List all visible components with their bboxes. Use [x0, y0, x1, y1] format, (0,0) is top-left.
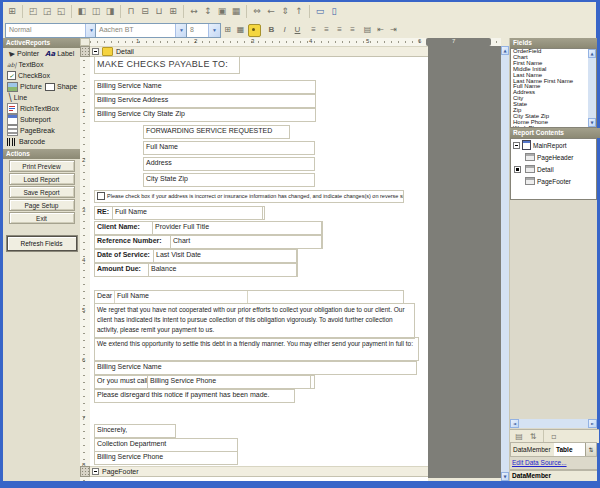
- font-size-dropdown[interactable]: 8 ▼: [186, 23, 221, 38]
- align-centers-icon[interactable]: ◫: [90, 5, 103, 18]
- size-to-grid-icon[interactable]: ▦: [230, 5, 243, 18]
- scroll-up-icon[interactable]: ▲: [501, 46, 509, 55]
- report-textbox[interactable]: Balance: [148, 263, 297, 277]
- collapse-icon[interactable]: [513, 142, 520, 149]
- report-textbox[interactable]: Billing Service Name: [94, 80, 316, 94]
- scroll-down-icon[interactable]: ▼: [501, 472, 509, 481]
- report-field-row[interactable]: Dear Full Name: [94, 290, 404, 304]
- report-textbox[interactable]: Please disregard this notice if payment …: [94, 389, 295, 403]
- align-rights-icon[interactable]: ◨: [104, 5, 117, 18]
- report-textbox[interactable]: Chart: [170, 235, 322, 249]
- align-tops-icon[interactable]: ⊓: [125, 5, 138, 18]
- panel-horizontal-scrollbar[interactable]: ◄ ►: [510, 419, 597, 428]
- report-textbox[interactable]: City State Zip: [143, 173, 315, 187]
- report-field-row[interactable]: RE: Full Name: [94, 206, 265, 220]
- action-button[interactable]: Page Setup: [9, 199, 75, 211]
- center-vertically-icon[interactable]: ▯: [328, 5, 341, 18]
- grid-icon[interactable]: ⊞: [221, 23, 234, 36]
- report-field-row[interactable]: Amount Due: Balance: [94, 263, 298, 277]
- action-button[interactable]: Save Report: [9, 186, 75, 198]
- tool-pagebreak[interactable]: PageBreak: [7, 125, 55, 136]
- bold-button[interactable]: B: [265, 23, 278, 36]
- align-to-grid-icon[interactable]: ⊞: [167, 5, 180, 18]
- checkbox-icon[interactable]: [97, 192, 105, 200]
- send-to-back-icon[interactable]: ◲: [41, 5, 54, 18]
- pagefooter-band-header[interactable]: PageFooter: [90, 466, 428, 477]
- bring-to-front-icon[interactable]: ◰: [27, 5, 40, 18]
- pagefooter-band-handle[interactable]: [80, 466, 90, 477]
- action-button[interactable]: Exit: [9, 212, 75, 224]
- tool-pointer[interactable]: ▶Pointer: [7, 50, 43, 58]
- report-textbox[interactable]: Billing Service Address: [94, 94, 316, 108]
- increase-indent-icon[interactable]: ⇥: [387, 23, 400, 36]
- report-textbox[interactable]: Billing Service Phone: [94, 451, 238, 465]
- vertical-spacing-icon[interactable]: ⇕: [279, 5, 292, 18]
- report-textbox[interactable]: FORWARDING SERVICE REQUESTED: [143, 125, 290, 139]
- scroll-down-icon[interactable]: ▼: [588, 118, 596, 127]
- report-textbox[interactable]: Full Name: [112, 206, 263, 220]
- italic-button[interactable]: I: [278, 23, 291, 36]
- report-field-row[interactable]: Client Name: Provider Full Title: [94, 221, 323, 235]
- align-bottoms-icon[interactable]: ⊔: [153, 5, 166, 18]
- tree-node-mainreport[interactable]: MainReport: [511, 139, 596, 151]
- action-button[interactable]: Print Preview: [9, 160, 75, 172]
- design-vertical-scrollbar[interactable]: ▲ ▼: [501, 46, 509, 481]
- report-paragraph[interactable]: We extend this opportunity to settle thi…: [94, 337, 419, 361]
- tool-label-control[interactable]: AaLabel: [45, 50, 74, 58]
- move-forward-icon[interactable]: ◱: [55, 5, 68, 18]
- tool-line[interactable]: ╲Line: [7, 93, 27, 102]
- make-same-width-icon[interactable]: ↔: [188, 5, 201, 18]
- scroll-right-icon[interactable]: ►: [588, 419, 597, 428]
- lock-icon[interactable]: [248, 24, 261, 37]
- report-field-row[interactable]: Or you must call Billing Service Phone: [94, 375, 315, 389]
- fields-scrollbar[interactable]: ▲ ▼: [588, 49, 596, 127]
- bullets-icon[interactable]: ▤: [361, 23, 374, 36]
- report-textbox[interactable]: Sincerely,: [94, 424, 176, 438]
- report-textbox[interactable]: Full Name: [143, 141, 315, 155]
- report-checkbox[interactable]: Please check box if your address is inco…: [94, 190, 404, 203]
- collapse-icon[interactable]: [92, 468, 99, 475]
- font-dropdown[interactable]: Aachen BT ▼: [95, 23, 188, 38]
- report-textbox[interactable]: Billing Service City State Zip: [94, 108, 316, 122]
- snap-lines-icon[interactable]: ▦: [234, 23, 247, 36]
- updown-icon[interactable]: ⇅: [585, 443, 596, 456]
- decrease-horizontal-spacing-icon[interactable]: ←: [265, 5, 278, 18]
- make-same-size-icon[interactable]: ▣: [216, 5, 229, 18]
- tool-barcode[interactable]: Barcode: [7, 138, 45, 146]
- report-textbox[interactable]: Billing Service Name: [94, 361, 417, 375]
- edit-data-source-link[interactable]: Edit Data Source...: [512, 459, 567, 466]
- tool-richtextbox[interactable]: RichTextBox: [7, 103, 59, 114]
- report-paragraph[interactable]: We regret that you have not cooperated w…: [94, 303, 415, 339]
- align-lefts-icon[interactable]: ◧: [76, 5, 89, 18]
- report-textbox[interactable]: Full Name: [114, 290, 248, 304]
- snap-to-grid-icon[interactable]: ⊞: [6, 5, 19, 18]
- chevron-down-icon[interactable]: ▼: [208, 24, 220, 37]
- decrease-indent-icon[interactable]: ⇤: [374, 23, 387, 36]
- style-dropdown[interactable]: Normal ▼: [5, 23, 98, 38]
- decrease-vertical-spacing-icon[interactable]: ↑: [293, 5, 306, 18]
- action-button[interactable]: Load Report: [9, 173, 75, 185]
- detail-band-handle[interactable]: [80, 46, 90, 57]
- align-middles-icon[interactable]: ⊟: [139, 5, 152, 18]
- underline-button[interactable]: U: [291, 23, 304, 36]
- report-textbox[interactable]: MAKE CHECKS PAYABLE TO:: [94, 56, 240, 74]
- align-left-icon[interactable]: ≡: [307, 23, 320, 36]
- tree-node-pagefooter[interactable]: PageFooter: [511, 175, 596, 187]
- tool-textbox[interactable]: ab|TextBox: [7, 61, 43, 68]
- center-horizontally-icon[interactable]: ▭: [314, 5, 327, 18]
- refresh-fields-button[interactable]: Refresh Fields: [7, 236, 77, 251]
- report-field-row[interactable]: Date of Service: Last Visit Date: [94, 249, 298, 263]
- scroll-left-icon[interactable]: ◄: [510, 419, 519, 428]
- property-row-datamember[interactable]: DataMember Table ⇅: [510, 442, 597, 457]
- tool-checkbox[interactable]: ✓CheckBox: [7, 71, 50, 80]
- tree-node-detail[interactable]: Detail: [511, 163, 596, 175]
- report-textbox[interactable]: Billing Service Phone: [147, 375, 311, 389]
- tree-node-pageheader[interactable]: PageHeader: [511, 151, 596, 163]
- tool-picture[interactable]: Picture: [7, 82, 43, 92]
- scroll-up-icon[interactable]: ▲: [588, 49, 596, 58]
- collapse-icon[interactable]: [92, 48, 99, 55]
- report-field-row[interactable]: Reference Number: Chart: [94, 235, 323, 249]
- report-page[interactable]: Detail MAKE CHECKS PAYABLE TO: Billing S…: [90, 46, 428, 481]
- align-justify-icon[interactable]: ≡: [346, 23, 359, 36]
- horizontal-spacing-icon[interactable]: ⇔: [251, 5, 264, 18]
